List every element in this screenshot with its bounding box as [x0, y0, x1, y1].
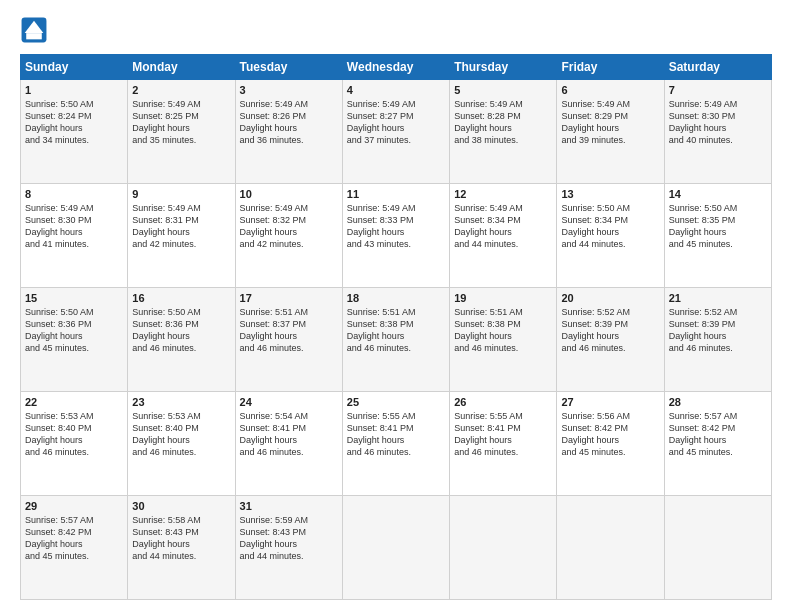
day-cell-21: 21Sunrise: 5:52 AMSunset: 8:39 PMDayligh…: [664, 288, 771, 392]
cell-info: Sunrise: 5:49 AMSunset: 8:30 PMDaylight …: [25, 202, 123, 251]
day-cell-19: 19Sunrise: 5:51 AMSunset: 8:38 PMDayligh…: [450, 288, 557, 392]
day-cell-29: 29Sunrise: 5:57 AMSunset: 8:42 PMDayligh…: [21, 496, 128, 600]
day-cell-23: 23Sunrise: 5:53 AMSunset: 8:40 PMDayligh…: [128, 392, 235, 496]
day-number: 20: [561, 292, 659, 304]
cell-info: Sunrise: 5:53 AMSunset: 8:40 PMDaylight …: [25, 410, 123, 459]
cell-info: Sunrise: 5:50 AMSunset: 8:34 PMDaylight …: [561, 202, 659, 251]
day-number: 28: [669, 396, 767, 408]
day-header-friday: Friday: [557, 55, 664, 80]
day-cell-9: 9Sunrise: 5:49 AMSunset: 8:31 PMDaylight…: [128, 184, 235, 288]
logo: [20, 16, 52, 44]
cell-info: Sunrise: 5:56 AMSunset: 8:42 PMDaylight …: [561, 410, 659, 459]
day-cell-1: 1Sunrise: 5:50 AMSunset: 8:24 PMDaylight…: [21, 80, 128, 184]
cell-info: Sunrise: 5:49 AMSunset: 8:32 PMDaylight …: [240, 202, 338, 251]
day-number: 4: [347, 84, 445, 96]
cell-info: Sunrise: 5:50 AMSunset: 8:24 PMDaylight …: [25, 98, 123, 147]
week-row-2: 8Sunrise: 5:49 AMSunset: 8:30 PMDaylight…: [21, 184, 772, 288]
day-number: 3: [240, 84, 338, 96]
cell-info: Sunrise: 5:55 AMSunset: 8:41 PMDaylight …: [347, 410, 445, 459]
day-header-tuesday: Tuesday: [235, 55, 342, 80]
day-cell-7: 7Sunrise: 5:49 AMSunset: 8:30 PMDaylight…: [664, 80, 771, 184]
cell-info: Sunrise: 5:50 AMSunset: 8:36 PMDaylight …: [25, 306, 123, 355]
day-number: 23: [132, 396, 230, 408]
day-number: 16: [132, 292, 230, 304]
day-number: 25: [347, 396, 445, 408]
day-header-monday: Monday: [128, 55, 235, 80]
day-cell-16: 16Sunrise: 5:50 AMSunset: 8:36 PMDayligh…: [128, 288, 235, 392]
cell-info: Sunrise: 5:57 AMSunset: 8:42 PMDaylight …: [25, 514, 123, 563]
day-number: 9: [132, 188, 230, 200]
day-cell-27: 27Sunrise: 5:56 AMSunset: 8:42 PMDayligh…: [557, 392, 664, 496]
day-number: 22: [25, 396, 123, 408]
day-cell-22: 22Sunrise: 5:53 AMSunset: 8:40 PMDayligh…: [21, 392, 128, 496]
week-row-1: 1Sunrise: 5:50 AMSunset: 8:24 PMDaylight…: [21, 80, 772, 184]
day-cell-11: 11Sunrise: 5:49 AMSunset: 8:33 PMDayligh…: [342, 184, 449, 288]
page: SundayMondayTuesdayWednesdayThursdayFrid…: [0, 0, 792, 612]
day-cell-17: 17Sunrise: 5:51 AMSunset: 8:37 PMDayligh…: [235, 288, 342, 392]
cell-info: Sunrise: 5:50 AMSunset: 8:35 PMDaylight …: [669, 202, 767, 251]
cell-info: Sunrise: 5:55 AMSunset: 8:41 PMDaylight …: [454, 410, 552, 459]
day-number: 8: [25, 188, 123, 200]
day-cell-8: 8Sunrise: 5:49 AMSunset: 8:30 PMDaylight…: [21, 184, 128, 288]
day-cell-31: 31Sunrise: 5:59 AMSunset: 8:43 PMDayligh…: [235, 496, 342, 600]
cell-info: Sunrise: 5:49 AMSunset: 8:29 PMDaylight …: [561, 98, 659, 147]
day-number: 5: [454, 84, 552, 96]
svg-rect-2: [26, 33, 42, 39]
cell-info: Sunrise: 5:51 AMSunset: 8:37 PMDaylight …: [240, 306, 338, 355]
cell-info: Sunrise: 5:49 AMSunset: 8:30 PMDaylight …: [669, 98, 767, 147]
cell-info: Sunrise: 5:52 AMSunset: 8:39 PMDaylight …: [561, 306, 659, 355]
day-header-wednesday: Wednesday: [342, 55, 449, 80]
day-number: 15: [25, 292, 123, 304]
day-cell-30: 30Sunrise: 5:58 AMSunset: 8:43 PMDayligh…: [128, 496, 235, 600]
header: [20, 16, 772, 44]
calendar-table: SundayMondayTuesdayWednesdayThursdayFrid…: [20, 54, 772, 600]
day-header-saturday: Saturday: [664, 55, 771, 80]
day-cell-14: 14Sunrise: 5:50 AMSunset: 8:35 PMDayligh…: [664, 184, 771, 288]
day-cell-2: 2Sunrise: 5:49 AMSunset: 8:25 PMDaylight…: [128, 80, 235, 184]
day-number: 26: [454, 396, 552, 408]
cell-info: Sunrise: 5:51 AMSunset: 8:38 PMDaylight …: [347, 306, 445, 355]
day-cell-25: 25Sunrise: 5:55 AMSunset: 8:41 PMDayligh…: [342, 392, 449, 496]
cell-info: Sunrise: 5:51 AMSunset: 8:38 PMDaylight …: [454, 306, 552, 355]
cell-info: Sunrise: 5:50 AMSunset: 8:36 PMDaylight …: [132, 306, 230, 355]
day-number: 14: [669, 188, 767, 200]
empty-cell: [450, 496, 557, 600]
day-cell-5: 5Sunrise: 5:49 AMSunset: 8:28 PMDaylight…: [450, 80, 557, 184]
cell-info: Sunrise: 5:59 AMSunset: 8:43 PMDaylight …: [240, 514, 338, 563]
day-number: 2: [132, 84, 230, 96]
cell-info: Sunrise: 5:53 AMSunset: 8:40 PMDaylight …: [132, 410, 230, 459]
day-number: 10: [240, 188, 338, 200]
day-number: 21: [669, 292, 767, 304]
day-cell-28: 28Sunrise: 5:57 AMSunset: 8:42 PMDayligh…: [664, 392, 771, 496]
calendar-header-row: SundayMondayTuesdayWednesdayThursdayFrid…: [21, 55, 772, 80]
logo-icon: [20, 16, 48, 44]
day-number: 12: [454, 188, 552, 200]
day-cell-6: 6Sunrise: 5:49 AMSunset: 8:29 PMDaylight…: [557, 80, 664, 184]
cell-info: Sunrise: 5:49 AMSunset: 8:28 PMDaylight …: [454, 98, 552, 147]
day-cell-10: 10Sunrise: 5:49 AMSunset: 8:32 PMDayligh…: [235, 184, 342, 288]
cell-info: Sunrise: 5:49 AMSunset: 8:25 PMDaylight …: [132, 98, 230, 147]
day-cell-26: 26Sunrise: 5:55 AMSunset: 8:41 PMDayligh…: [450, 392, 557, 496]
cell-info: Sunrise: 5:49 AMSunset: 8:27 PMDaylight …: [347, 98, 445, 147]
day-number: 13: [561, 188, 659, 200]
empty-cell: [664, 496, 771, 600]
day-number: 18: [347, 292, 445, 304]
day-number: 31: [240, 500, 338, 512]
day-number: 1: [25, 84, 123, 96]
day-header-sunday: Sunday: [21, 55, 128, 80]
day-number: 27: [561, 396, 659, 408]
week-row-5: 29Sunrise: 5:57 AMSunset: 8:42 PMDayligh…: [21, 496, 772, 600]
day-number: 7: [669, 84, 767, 96]
cell-info: Sunrise: 5:49 AMSunset: 8:26 PMDaylight …: [240, 98, 338, 147]
empty-cell: [342, 496, 449, 600]
day-number: 30: [132, 500, 230, 512]
day-cell-12: 12Sunrise: 5:49 AMSunset: 8:34 PMDayligh…: [450, 184, 557, 288]
day-cell-13: 13Sunrise: 5:50 AMSunset: 8:34 PMDayligh…: [557, 184, 664, 288]
cell-info: Sunrise: 5:49 AMSunset: 8:33 PMDaylight …: [347, 202, 445, 251]
day-cell-20: 20Sunrise: 5:52 AMSunset: 8:39 PMDayligh…: [557, 288, 664, 392]
week-row-4: 22Sunrise: 5:53 AMSunset: 8:40 PMDayligh…: [21, 392, 772, 496]
empty-cell: [557, 496, 664, 600]
cell-info: Sunrise: 5:54 AMSunset: 8:41 PMDaylight …: [240, 410, 338, 459]
day-number: 11: [347, 188, 445, 200]
cell-info: Sunrise: 5:57 AMSunset: 8:42 PMDaylight …: [669, 410, 767, 459]
